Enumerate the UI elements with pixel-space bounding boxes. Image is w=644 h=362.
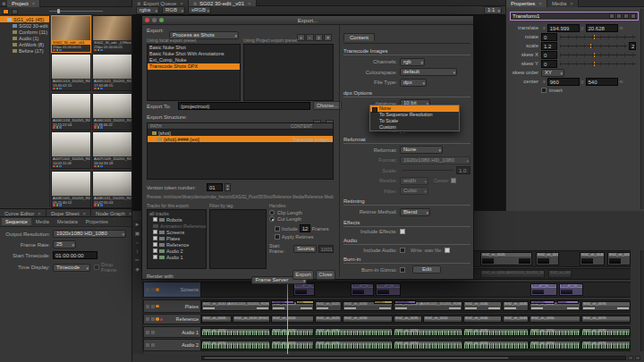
tab-export-queue[interactable]: ≣Export Queue× [132,0,189,6]
clip-length-radio[interactable] [269,210,275,215]
dialog-titlebar[interactable]: Export... [142,16,473,25]
timeline-clip[interactable]: SG2_sh_0050 [530,341,580,349]
bin-tree-item[interactable]: Conform (11) [0,29,49,35]
timeline-v-scrollbar[interactable] [640,250,644,351]
path-column-header[interactable]: PATH [148,123,291,129]
invert-checkbox[interactable] [541,88,547,93]
tab-dope-sheet[interactable]: Dope Sheet× [47,209,91,217]
timeline-h-scrollbar[interactable] [201,356,626,360]
timeline-clip[interactable]: SG2_sh_0020 [271,341,314,349]
skew-x-slider[interactable] [560,53,636,57]
frame-rate-select[interactable]: 25 [53,240,76,248]
timeline-clip[interactable]: SG2_sh_0030 [548,270,572,278]
center-checkbox[interactable] [451,178,456,183]
reformat-select[interactable]: None [400,146,443,154]
track-enabled-icon[interactable] [156,305,159,308]
track-lock-icon[interactable] [151,317,155,321]
duplicate-preset-button[interactable]: ≡ [315,34,323,41]
start-frame-field[interactable]: 1001 [318,245,334,253]
timeline-clip[interactable]: SG2_scr_0020 [351,283,374,296]
track-lock-icon[interactable] [151,305,155,308]
tab-content[interactable]: Content [343,33,375,41]
timeline-clip[interactable]: SG2_sh_0045 [503,301,529,311]
track-checkbox[interactable] [153,242,157,247]
timeline-clip[interactable]: SG2_sh_0050 [530,316,580,323]
include-frames-checkbox[interactable] [275,226,280,232]
close-icon[interactable]: × [248,1,251,6]
timeline-clip[interactable]: SG2_sh_0030 [315,341,393,349]
tab-media[interactable]: Media× [547,0,579,7]
close-icon[interactable]: × [83,211,87,216]
colourspace-select[interactable]: default [400,68,457,76]
resize-select[interactable]: width [400,177,428,185]
close-icon[interactable]: × [180,1,183,6]
choose-button[interactable]: Choose... [313,101,342,110]
track-enabled-icon[interactable] [156,317,159,321]
track-visibility-icon[interactable] [146,343,149,347]
track-header-reference[interactable]: Reference [143,314,201,324]
rotate-slider[interactable] [560,35,636,39]
timeline-clip[interactable]: SG2_sh_0070 [581,328,631,336]
center-y-field[interactable]: 540 [586,78,618,86]
export-track-item[interactable]: Robots [148,216,206,223]
bin-clip-item[interactable]: A007C002_150205_R0W14:02:11:09 [51,131,91,169]
panel-scrollbar[interactable] [640,9,644,209]
translate-x-field[interactable]: 194.999 [547,24,580,32]
tab-node-graph[interactable]: Node Graph× [91,209,131,217]
scale-slider[interactable] [402,170,453,171]
burn-in-gizmo-edit-button[interactable]: Edit [412,265,441,274]
translate-y-field[interactable]: 20.628 [586,24,618,32]
viewer-rgba-select[interactable]: rgba [136,6,159,14]
bin-clip-item[interactable]: SG02_30_edit _(Offline+v01)25fps 01:00:0… [92,15,132,53]
scale-field[interactable]: 1.2 [541,42,557,50]
skew-x-field[interactable]: 0 [541,51,557,59]
track-visibility-icon[interactable] [146,331,149,334]
revert-icon[interactable] [616,13,622,19]
timeline-clip[interactable]: SG2_sh_0010 [423,316,462,323]
preset-item[interactable]: Basic Nuke Shot With Annotations [148,51,240,57]
menu-item-to-scale[interactable]: To Scale [370,118,459,124]
track-checkbox[interactable] [153,230,157,234]
effect-tag[interactable]: Transform2 [394,300,416,304]
export-track-item[interactable]: Screens [148,229,206,235]
effect-tag[interactable]: Grade1 [557,300,579,304]
timeline-clip[interactable]: SG2_sh_0020 [271,328,314,336]
timeline-clip[interactable]: SG2_sh_0070 [581,301,631,311]
timeline-clip[interactable]: SG2_sh_0070 [581,316,631,323]
track-checkbox[interactable] [153,255,157,259]
preset-item[interactable]: Ext_Comp_Nuke [148,57,240,63]
grid-view-button[interactable] [3,9,9,14]
timeline-clip[interactable]: SG2_sh_0040 [463,301,502,311]
menu-item-none[interactable]: None [370,105,459,112]
time-display-select[interactable]: Timecode [53,264,90,272]
subtab-metadata[interactable]: Metadata [54,218,81,225]
retime-method-select[interactable]: Blend [400,208,430,216]
effect-tag[interactable]: Retime1 [374,300,393,304]
track-checkbox[interactable] [153,236,157,240]
close-icon[interactable]: × [32,1,36,6]
timeline-clip[interactable]: SG2_scr_0040 [530,283,557,296]
close-icon[interactable]: × [129,211,131,216]
track-lock-icon[interactable] [151,343,155,347]
subtab-sequence[interactable]: Sequence [2,218,31,225]
preset-item[interactable]: Basic Nuke Shot [148,45,240,51]
track-visibility-icon[interactable] [146,288,149,291]
close-icon[interactable]: × [38,211,41,216]
track-header-audio-2[interactable]: Audio 2 [143,339,201,351]
timeline-clip[interactable]: SG2_sh_0020 [480,252,532,265]
export-track-item[interactable]: Audio 1 [148,254,206,260]
track-visibility-icon[interactable] [146,317,149,321]
center-x-field[interactable]: 960 [547,78,580,86]
revert-preset-button[interactable]: ✕ [324,34,332,41]
timeline-clip[interactable]: SG2_sh_0010 [201,328,270,336]
viewer-rgb-select[interactable]: RGB [162,6,185,14]
bin-clip-item[interactable]: A005C021_150205_R0W17:45:08:15 [92,54,132,91]
link-icon[interactable]: ∞ [620,25,623,30]
slider-knob[interactable] [57,9,60,13]
version-field[interactable]: 01 [207,183,223,191]
subtab-media[interactable]: Media [32,218,53,225]
include-audio-checkbox[interactable] [400,248,405,253]
structure-row[interactable]: {shot} [148,130,333,136]
effect-tag[interactable]: Transform1 [530,300,555,304]
timeline-clip[interactable]: SG2_scr_0010 [293,283,315,296]
